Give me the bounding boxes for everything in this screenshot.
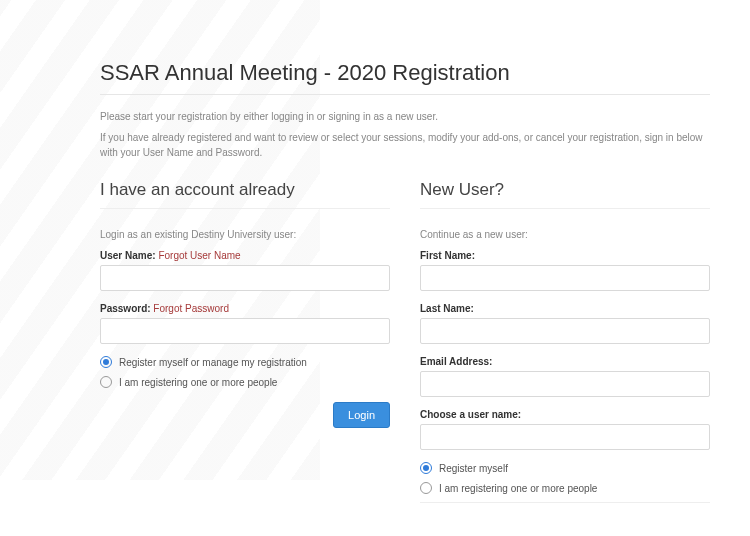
newuser-radio-self[interactable]: Register myself [420,462,710,474]
radio-icon [100,376,112,388]
intro-text-2: If you have already registered and want … [100,130,710,160]
newuser-helper: Continue as a new user: [420,229,710,240]
existing-radio-self-label: Register myself or manage my registratio… [119,357,307,368]
email-input[interactable] [420,371,710,397]
newuser-radio-group-label: I am registering one or more people [439,483,597,494]
radio-icon [100,356,112,368]
forgot-username-link[interactable]: Forgot User Name [158,250,240,261]
title-divider [100,94,710,95]
newuser-radio-self-label: Register myself [439,463,508,474]
existing-radio-group[interactable]: I am registering one or more people [100,376,390,388]
existing-radio-self[interactable]: Register myself or manage my registratio… [100,356,390,368]
page-title: SSAR Annual Meeting - 2020 Registration [100,60,710,86]
first-name-input[interactable] [420,265,710,291]
last-name-label: Last Name: [420,303,710,314]
newuser-heading: New User? [420,180,710,200]
choose-username-label: Choose a user name: [420,409,710,420]
forgot-password-link[interactable]: Forgot Password [153,303,229,314]
existing-user-column: I have an account already Login as an ex… [100,180,390,523]
newuser-divider [420,208,710,209]
existing-helper: Login as an existing Destiny University … [100,229,390,240]
newuser-bottom-divider [420,502,710,503]
first-name-label: First Name: [420,250,710,261]
username-label-text: User Name: [100,250,156,261]
password-input[interactable] [100,318,390,344]
main-container: SSAR Annual Meeting - 2020 Registration … [0,0,750,523]
radio-icon [420,462,432,474]
choose-username-input[interactable] [420,424,710,450]
new-user-column: New User? Continue as a new user: First … [420,180,710,523]
intro-text-1: Please start your registration by either… [100,109,710,124]
password-label: Password: Forgot Password [100,303,390,314]
existing-heading: I have an account already [100,180,390,200]
last-name-input[interactable] [420,318,710,344]
radio-icon [420,482,432,494]
username-label: User Name: Forgot User Name [100,250,390,261]
existing-divider [100,208,390,209]
username-input[interactable] [100,265,390,291]
email-label: Email Address: [420,356,710,367]
login-button[interactable]: Login [333,402,390,428]
two-column-layout: I have an account already Login as an ex… [100,180,710,523]
password-label-text: Password: [100,303,151,314]
existing-radio-group-label: I am registering one or more people [119,377,277,388]
newuser-radio-group[interactable]: I am registering one or more people [420,482,710,494]
